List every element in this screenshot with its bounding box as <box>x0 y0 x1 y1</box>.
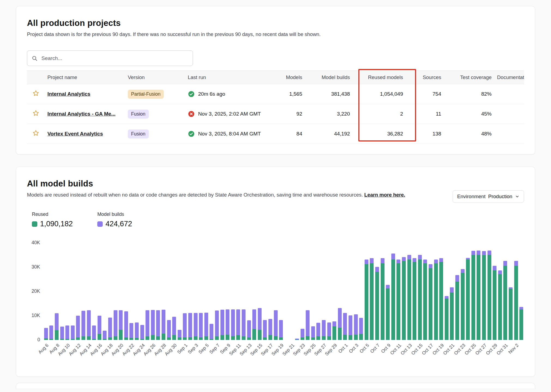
chart-bar <box>204 313 208 340</box>
chart-bar <box>295 339 299 340</box>
projects-table: Project name Version Last run Models Mod… <box>27 70 524 144</box>
chart-bar <box>129 323 133 340</box>
chart-bar <box>178 330 181 340</box>
documentation-cell <box>494 124 524 144</box>
chart-bar <box>49 325 53 340</box>
environment-select[interactable]: Environment Production <box>453 190 524 203</box>
chart-bar <box>210 324 213 340</box>
chart-bar <box>391 254 395 340</box>
projects-card: All production projects Project data sho… <box>16 6 535 155</box>
favorite-star-icon[interactable] <box>32 90 40 97</box>
builds-subtitle: Models are reused instead of rebuilt whe… <box>27 191 524 198</box>
chart-bar <box>194 313 198 340</box>
legend-builds-value: 424,672 <box>105 220 132 228</box>
chart-bar <box>263 320 267 340</box>
chart-bar <box>349 315 352 340</box>
reused-models-cell: 36,282 <box>353 124 406 144</box>
builds-subtitle-text: Models are reused instead of rebuilt whe… <box>27 192 363 198</box>
model-builds-cell: 381,438 <box>305 84 353 104</box>
version-badge: Fusion <box>128 129 149 138</box>
chart-bar <box>135 322 139 340</box>
column-header-models: Models <box>274 71 305 84</box>
chart-bar <box>327 322 331 340</box>
legend-builds-label: Model builds <box>97 212 132 217</box>
chart-bar <box>381 258 385 340</box>
project-link[interactable]: Vortex Event Analytics <box>47 131 103 137</box>
models-cell: 92 <box>274 104 305 124</box>
reused-models-cell: 2 <box>353 104 406 124</box>
chart-bar <box>220 310 224 340</box>
project-link[interactable]: Internal Analytics <box>47 91 90 97</box>
chart-bar <box>151 310 155 340</box>
sources-cell: 754 <box>406 84 444 104</box>
chart-bar <box>55 313 59 340</box>
column-header-version: Version <box>125 71 185 84</box>
environment-label: Environment <box>457 194 486 200</box>
column-header-model-builds: Model builds <box>305 71 353 84</box>
environment-value: Production <box>488 194 512 200</box>
favorite-star-icon[interactable] <box>32 129 40 137</box>
chart-bar <box>60 327 64 340</box>
chart-bar <box>311 326 315 340</box>
builds-title: All model builds <box>27 179 524 189</box>
chart-bar <box>92 325 96 340</box>
chart-bar <box>188 313 192 340</box>
chart-bar <box>450 287 454 340</box>
chart-bar <box>226 309 229 340</box>
success-status-icon <box>188 91 195 98</box>
chart-plotwrap: Aug 6Aug 8Aug 10Aug 12Aug 14Aug 16Aug 18… <box>43 243 524 366</box>
chart-bar <box>76 316 80 340</box>
chart-bar <box>108 318 112 340</box>
chart-bar <box>509 287 513 340</box>
success-status-icon <box>188 130 195 137</box>
chart-bar <box>519 307 523 340</box>
error-status-icon <box>188 110 195 117</box>
chart-bar <box>81 311 85 340</box>
chart-bar <box>439 258 443 340</box>
chart-bar <box>140 325 144 340</box>
search-box[interactable] <box>27 50 193 66</box>
chart-bar <box>183 313 187 340</box>
chart-bar <box>146 310 149 340</box>
chart-bar <box>258 308 262 340</box>
column-header-test-coverage: Test coverage <box>444 71 494 84</box>
chart-bar <box>359 318 363 340</box>
model-builds-cell: 3,220 <box>305 104 353 124</box>
projects-subtitle: Project data shown is for the previous 9… <box>27 31 524 38</box>
y-axis-label: 0 <box>37 337 40 343</box>
reused-models-cell: 1,054,049 <box>353 84 406 104</box>
chart-bar <box>87 310 91 340</box>
learn-more-link[interactable]: Learn more here. <box>364 192 405 198</box>
chart-bar <box>477 251 480 340</box>
chart-bar <box>167 320 171 340</box>
test-coverage-cell: 48% <box>444 124 494 144</box>
project-link[interactable]: Internal Analytics - GA Me... <box>47 111 116 117</box>
chart-bar <box>322 320 326 340</box>
chart-bar <box>65 325 69 340</box>
last-run-text: Nov 3, 2025, 2:02 AM GMT <box>198 111 261 117</box>
chart-bar <box>482 251 486 340</box>
column-header-project-name: Project name <box>45 71 125 84</box>
favorite-star-icon[interactable] <box>32 110 40 117</box>
models-cell: 84 <box>274 124 305 144</box>
y-axis-label: 30K <box>32 264 40 270</box>
test-coverage-cell: 82% <box>444 84 494 104</box>
sources-cell: 11 <box>406 104 444 124</box>
chart-bar <box>396 260 400 340</box>
chart-bar <box>498 270 502 340</box>
chart-bar <box>247 320 251 340</box>
documentation-cell <box>494 104 524 124</box>
chart-bar <box>98 316 101 340</box>
chart-bar <box>114 310 117 340</box>
chart-bar <box>365 260 368 340</box>
search-input[interactable] <box>41 55 188 62</box>
chart-bar <box>274 310 278 340</box>
chart-bar <box>236 309 240 340</box>
next-card <box>16 383 535 389</box>
documentation-cell <box>494 84 524 104</box>
chart-bar <box>423 260 427 340</box>
chart-bar <box>215 310 219 340</box>
chart-bar <box>119 310 123 340</box>
chart-bar <box>338 308 342 340</box>
test-coverage-cell: 45% <box>444 104 494 124</box>
